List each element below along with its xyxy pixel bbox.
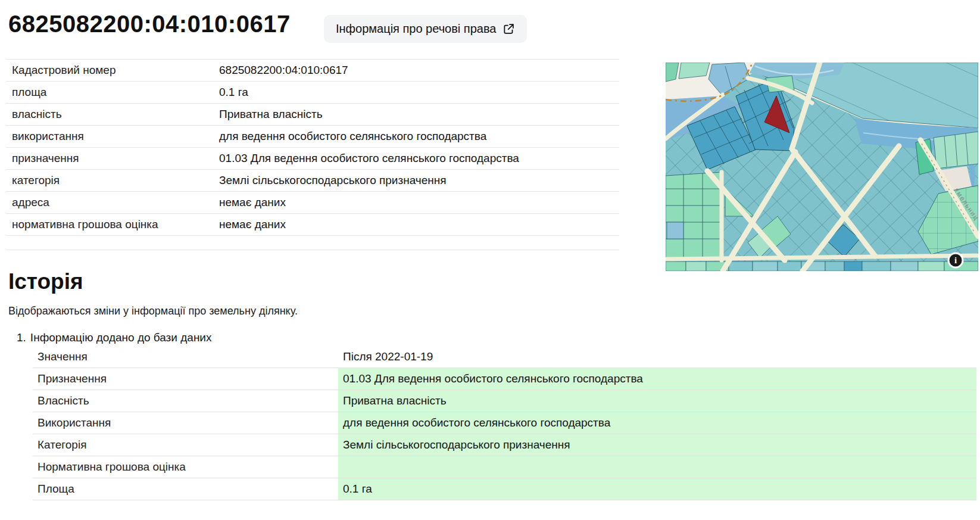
history-row-value: для ведення особистого селянського госпо…: [338, 412, 976, 434]
page-title: 6825082200:04:010:0617: [8, 11, 291, 38]
details-row: нормативна грошова оцінка немає даних: [6, 214, 619, 236]
info-icon: i: [954, 256, 957, 265]
details-row-value: 01.03 Для ведення особистого селянського…: [219, 152, 619, 165]
details-row-label: призначення: [12, 152, 219, 165]
history-row-label: Категорія: [33, 434, 338, 456]
history-row-value: Після 2022-01-19: [338, 346, 976, 368]
history-row-value: Приватна власність: [338, 390, 976, 412]
details-row-value: немає даних: [219, 196, 619, 209]
history-row-label: Нормативна грошова оцінка: [33, 456, 338, 478]
details-row-value: 6825082200:04:010:0617: [219, 64, 619, 77]
history-row-label: Використання: [33, 412, 338, 434]
history-row-label: Призначення: [33, 368, 338, 390]
history-row: Призначення 01.03 Для ведення особистого…: [33, 368, 976, 390]
details-row-value: Приватна власність: [219, 108, 619, 121]
history-row-value: 01.03 Для ведення особистого селянського…: [338, 368, 976, 390]
details-row: площа 0.1 га: [6, 82, 619, 104]
external-link-icon: [503, 23, 515, 35]
history-heading: Історія: [8, 269, 83, 294]
details-row-label: Кадастровий номер: [12, 64, 219, 77]
history-row: Значення Після 2022-01-19: [33, 346, 976, 368]
history-row-label: Площа: [33, 478, 338, 500]
history-row: Нормативна грошова оцінка: [33, 456, 976, 478]
cadastral-map-canvas: хмельниц i: [666, 63, 978, 271]
history-entry-title: 1.Інформацію додано до бази даних: [17, 331, 211, 344]
details-row-label: використання: [12, 130, 219, 143]
history-row-label: Власність: [33, 390, 338, 412]
parcel-details-table: Кадастровий номер 6825082200:04:010:0617…: [6, 59, 619, 250]
history-row-value: Землі сільськогосподарського призначення: [338, 434, 976, 456]
property-rights-button-label: Інформація про речові права: [336, 22, 496, 36]
details-row: використання для ведення особистого селя…: [6, 126, 619, 148]
history-entry-number: 1.: [17, 331, 26, 344]
property-rights-button[interactable]: Інформація про речові права: [324, 15, 527, 43]
history-row-label: Значення: [33, 346, 338, 368]
details-row-value: Землі сільськогосподарського призначення: [219, 174, 619, 187]
details-row: призначення 01.03 Для ведення особистого…: [6, 148, 619, 170]
details-row-value: немає даних: [219, 218, 619, 231]
details-row: категорія Землі сільськогосподарського п…: [6, 170, 619, 192]
details-row: адреса немає даних: [6, 192, 619, 214]
details-row-label: нормативна грошова оцінка: [12, 218, 219, 231]
details-row-label: власність: [12, 108, 219, 121]
map-info-button[interactable]: i: [948, 253, 964, 269]
history-description: Відображаються зміни у інформації про зе…: [8, 305, 298, 317]
history-row-value: [338, 456, 976, 478]
details-row-label: адреса: [12, 196, 219, 209]
history-row-value: 0.1 га: [338, 478, 976, 500]
history-row: Площа 0.1 га: [33, 478, 976, 500]
details-row-value: для ведення особистого селянського госпо…: [219, 130, 619, 143]
history-table: Значення Після 2022-01-19 Призначення 01…: [33, 346, 976, 500]
details-row-label: площа: [12, 86, 219, 99]
details-row: власність Приватна власність: [6, 104, 619, 126]
history-entry-label: Інформацію додано до бази даних: [30, 331, 212, 344]
cadastral-map[interactable]: хмельниц i: [666, 63, 978, 271]
history-row: Власність Приватна власність: [33, 390, 976, 412]
history-row: Використання для ведення особистого селя…: [33, 412, 976, 434]
details-row-label: категорія: [12, 174, 219, 187]
details-row-value: 0.1 га: [219, 86, 619, 99]
history-row: Категорія Землі сільськогосподарського п…: [33, 434, 976, 456]
details-row: Кадастровий номер 6825082200:04:010:0617: [6, 60, 619, 82]
